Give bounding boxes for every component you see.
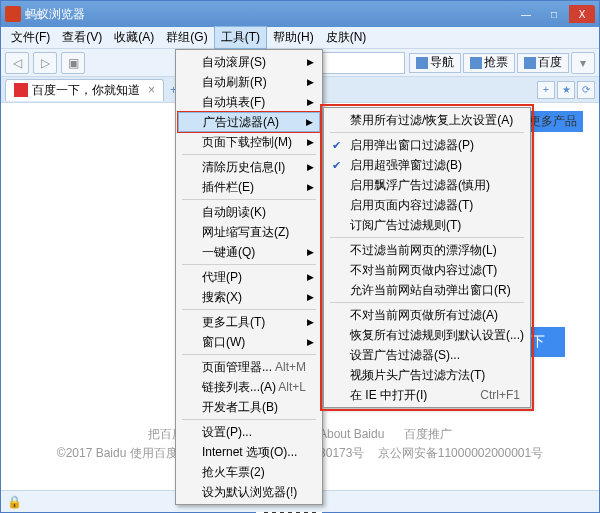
menu-item[interactable]: 更多工具(T)▶	[178, 312, 320, 332]
menu-item[interactable]: 自动滚屏(S)▶	[178, 52, 320, 72]
paw-icon	[524, 57, 536, 69]
star-button[interactable]: ★	[557, 81, 575, 99]
footer-link[interactable]: 百度推广	[404, 427, 452, 441]
tab-favicon	[14, 83, 28, 97]
menu-item[interactable]: Internet 选项(O)...	[178, 442, 320, 462]
menubar: 文件(F) 查看(V) 收藏(A) 群组(G) 工具(T) 帮助(H) 皮肤(N…	[1, 27, 599, 49]
footer-extra: 京公网安备11000002000001号	[378, 446, 543, 460]
menu-item[interactable]: 代理(P)▶	[178, 267, 320, 287]
titlebar: 蚂蚁浏览器 — □ X	[1, 1, 599, 27]
menu-file[interactable]: 文件(F)	[5, 27, 56, 48]
add-button[interactable]: +	[537, 81, 555, 99]
menu-item[interactable]: 页面下载控制(M)▶	[178, 132, 320, 152]
menu-view[interactable]: 查看(V)	[56, 27, 108, 48]
menu-favorites[interactable]: 收藏(A)	[108, 27, 160, 48]
menu-item[interactable]: 设为默认浏览器(!)	[178, 482, 320, 502]
menu-item[interactable]: 自动填表(F)▶	[178, 92, 320, 112]
tickets-button[interactable]: 抢票	[463, 53, 515, 73]
close-button[interactable]: X	[569, 5, 595, 23]
submenu-item[interactable]: ✔启用超强弹窗过滤(B)	[326, 155, 528, 175]
maximize-button[interactable]: □	[541, 5, 567, 23]
menu-skin[interactable]: 皮肤(N)	[320, 27, 373, 48]
menu-item[interactable]: 一键通(Q)▶	[178, 242, 320, 262]
menu-tools[interactable]: 工具(T)	[214, 26, 267, 49]
menu-item[interactable]: 抢火车票(2)	[178, 462, 320, 482]
ticket-icon	[470, 57, 482, 69]
submenu-item[interactable]: 视频片头广告过滤方法(T)	[326, 365, 528, 385]
tab-title: 百度一下，你就知道	[32, 82, 140, 99]
tab-close-icon[interactable]: ×	[148, 83, 155, 97]
stop-button[interactable]: ▣	[61, 52, 85, 74]
submenu-item[interactable]: 恢复所有过滤规则到默认设置(...)	[326, 325, 528, 345]
submenu-item[interactable]: 在 IE 中打开(I)Ctrl+F1	[326, 385, 528, 405]
adfilter-submenu: 禁用所有过滤/恢复上次设置(A)✔启用弹出窗口过滤器(P)✔启用超强弹窗过滤(B…	[323, 107, 531, 408]
baidu-button[interactable]: 百度	[517, 53, 569, 73]
menu-item[interactable]: 开发者工具(B)	[178, 397, 320, 417]
forward-button[interactable]: ▷	[33, 52, 57, 74]
submenu-item[interactable]: 禁用所有过滤/恢复上次设置(A)	[326, 110, 528, 130]
app-icon	[5, 6, 21, 22]
submenu-item[interactable]: 设置广告过滤器(S)...	[326, 345, 528, 365]
menu-item[interactable]: 窗口(W)▶	[178, 332, 320, 352]
submenu-item[interactable]: 允许当前网站自动弹出窗口(R)	[326, 280, 528, 300]
submenu-item[interactable]: 订阅广告过滤规则(T)	[326, 215, 528, 235]
minimize-button[interactable]: —	[513, 5, 539, 23]
submenu-item[interactable]: 启用飘浮广告过滤器(慎用)	[326, 175, 528, 195]
menu-item[interactable]: 自动朗读(K)	[178, 202, 320, 222]
window-title: 蚂蚁浏览器	[25, 6, 513, 23]
globe-icon	[416, 57, 428, 69]
menu-item[interactable]: 搜索(X)▶	[178, 287, 320, 307]
footer-link[interactable]: About Baidu	[319, 427, 384, 441]
refresh-button[interactable]: ⟳	[577, 81, 595, 99]
submenu-item[interactable]: 不对当前网页做内容过滤(T)	[326, 260, 528, 280]
back-button[interactable]: ◁	[5, 52, 29, 74]
dropdown-button[interactable]: ▾	[571, 52, 595, 74]
menu-item[interactable]: 网址缩写直达(Z)	[178, 222, 320, 242]
nav-button[interactable]: 导航	[409, 53, 461, 73]
submenu-item[interactable]: 不对当前网页做所有过滤(A)	[326, 305, 528, 325]
tools-dropdown: 自动滚屏(S)▶自动刷新(R)▶自动填表(F)▶广告过滤器(A)▶页面下载控制(…	[175, 49, 323, 505]
menu-item[interactable]: 广告过滤器(A)▶	[178, 112, 320, 132]
menu-item[interactable]: 清除历史信息(I)▶	[178, 157, 320, 177]
menu-item[interactable]: 插件栏(E)▶	[178, 177, 320, 197]
submenu-item[interactable]: 启用页面内容过滤器(T)	[326, 195, 528, 215]
menu-groups[interactable]: 群组(G)	[160, 27, 213, 48]
menu-item[interactable]: 页面管理器...Alt+M	[178, 357, 320, 377]
submenu-item[interactable]: 不过滤当前网页的漂浮物(L)	[326, 240, 528, 260]
menu-help[interactable]: 帮助(H)	[267, 27, 320, 48]
menu-item[interactable]: 链接列表...(A)Alt+L	[178, 377, 320, 397]
submenu-item[interactable]: ✔启用弹出窗口过滤器(P)	[326, 135, 528, 155]
more-products-link[interactable]: 更多产品	[523, 111, 583, 132]
menu-item[interactable]: 自动刷新(R)▶	[178, 72, 320, 92]
tab-active[interactable]: 百度一下，你就知道 ×	[5, 79, 164, 101]
menu-item[interactable]: 设置(P)...	[178, 422, 320, 442]
lock-icon: 🔒	[7, 495, 21, 509]
